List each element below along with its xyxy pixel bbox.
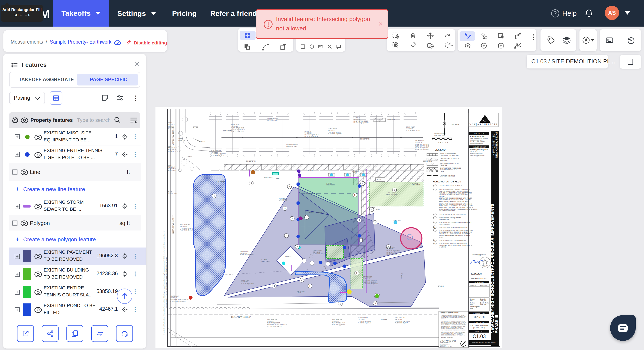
svg-text:TENNIS COURTS: TENNIS COURTS <box>308 212 322 213</box>
svg-text:FIELD IRRIGATION LINES.: FIELD IRRIGATION LINES. <box>439 210 456 212</box>
svg-text:(TYPICAL): (TYPICAL) <box>439 196 445 197</box>
svg-text:GRASS: GRASS <box>381 319 387 321</box>
svg-text:BWR,JDK: BWR,JDK <box>480 304 486 305</box>
svg-text:POND: POND <box>298 292 302 293</box>
svg-text:POND TO BE RESHAPED AS SHOWN O: POND TO BE RESHAPED AS SHOWN ON SHEET <box>439 235 470 236</box>
svg-text:CAUSED BY HIS FAILURE TO EXACT: CAUSED BY HIS FAILURE TO EXACTLY LOCATE <box>441 328 464 329</box>
svg-text:FL 12" HDP (N) 100.32: FL 12" HDP (N) 100.32 <box>354 120 368 122</box>
svg-text:EXISTING TREES TO BE REMOVED.: EXISTING TREES TO BE REMOVED. <box>439 185 462 186</box>
svg-text:F=24281: F=24281 <box>477 255 481 256</box>
svg-text:AN APPROXIMATE WAY ONLY. THE C: AN APPROXIMATE WAY ONLY. THE CONTRACTOR <box>441 323 465 324</box>
svg-text:TR=104.29: TR=104.29 <box>332 321 339 322</box>
svg-text:INLET: INLET <box>168 122 172 124</box>
svg-text:7: 7 <box>434 229 435 231</box>
svg-text:LIMITS OF CLEARING: LIMITS OF CLEARING <box>440 175 455 177</box>
svg-text:COORDINATE WITH OWNER ON NEW R: COORDINATE WITH OWNER ON NEW RELOCATED <box>439 245 472 246</box>
svg-text:TR=104.17: TR=104.17 <box>358 319 365 320</box>
svg-text:BAND TOWER: BAND TOWER <box>264 176 273 178</box>
svg-text:GUARANTEED TO BE COMPLETE OR D: GUARANTEED TO BE COMPLETE OR DEFINITE, B… <box>441 316 466 317</box>
svg-text:FL 24" RCP (NW) 97.75: FL 24" RCP (NW) 97.75 <box>395 321 410 322</box>
svg-text:FL (E) 99.34: FL (E) 99.34 <box>168 149 176 151</box>
svg-text:FL 24" HDP (SW) 98.93: FL 24" HDP (SW) 98.93 <box>231 129 245 131</box>
svg-text:LINK FENCE: LINK FENCE <box>326 184 335 186</box>
svg-text:PHASE III: PHASE III <box>494 315 499 334</box>
svg-text:20445 State Hwy 249, Suite 350: 20445 State Hwy 249, Suite 350 <box>470 138 488 139</box>
svg-text:REVISIONS: REVISIONS <box>474 281 484 283</box>
svg-text:SPEED: SPEED <box>178 138 183 140</box>
svg-text:PRESENTED ON THESE DRAWINGS AR: PRESENTED ON THESE DRAWINGS ARE SHOWN IN <box>441 322 466 323</box>
svg-text:FL 6" PVC (E) 96.92: FL 6" PVC (E) 96.92 <box>332 324 345 326</box>
svg-text:4: 4 <box>434 217 435 219</box>
svg-text:9: 9 <box>286 234 287 237</box>
svg-text:9: 9 <box>434 243 435 245</box>
svg-text:FL (S) 98.95: FL (S) 98.95 <box>168 170 176 172</box>
svg-text:TG=101.33: TG=101.33 <box>240 252 247 254</box>
svg-text:ELECTRIC LINE: ELECTRIC LINE <box>267 120 278 121</box>
svg-text:GRATE INLET: GRATE INLET <box>231 124 240 125</box>
svg-text:LEGEND:: LEGEND: <box>435 149 447 151</box>
svg-text:IRRIGATION EQUIPMENT & SPRINKL: IRRIGATION EQUIPMENT & SPRINKLER HEADS. <box>439 201 470 202</box>
svg-text:BUMP TYP.: BUMP TYP. <box>178 140 185 141</box>
svg-text:Director: Director <box>470 298 475 300</box>
svg-text:STM. SWR. MH: STM. SWR. MH <box>395 317 405 319</box>
svg-text:NEW CANEY, TEXAS: NEW CANEY, TEXAS <box>495 131 498 158</box>
svg-text:TG=102.44: TG=102.44 <box>363 278 370 279</box>
svg-text:FOR FIRST RIGHT OF REFUSAL ON: FOR FIRST RIGHT OF REFUSAL ON ALL EXISTI… <box>439 199 471 200</box>
svg-text:INLET: INLET <box>168 146 172 147</box>
svg-text:GRATE INLET: GRATE INLET <box>328 128 337 130</box>
svg-text:TG=101.52: TG=101.52 <box>168 124 175 125</box>
svg-text:MAINTENANCE DEPARTMENT TO ENSU: MAINTENANCE DEPARTMENT TO ENSURE EXISTIN… <box>439 205 473 206</box>
svg-text:LINK FENCE: LINK FENCE <box>262 260 270 262</box>
svg-text:EXISTING BAND TOWER TO BE SALV: EXISTING BAND TOWER TO BE SALVAGED. <box>439 243 467 244</box>
svg-text:5: 5 <box>292 217 292 220</box>
svg-text:5: 5 <box>284 207 285 209</box>
svg-text:5: 5 <box>359 219 360 221</box>
svg-text:GRASS: GRASS <box>200 141 206 142</box>
svg-text:SHED: SHED <box>276 178 280 179</box>
svg-text:RESPONSIBLE FOR ANY AND ALL DA: RESPONSIBLE FOR ANY AND ALL DAMAGES <box>441 327 462 328</box>
svg-text:TG=102.33: TG=102.33 <box>313 251 320 253</box>
svg-text:TG=102.84: TG=102.84 <box>406 128 413 130</box>
svg-text:UNDERGROUND: UNDERGROUND <box>267 118 278 119</box>
svg-text:GRATE INLET: GRATE INLET <box>313 250 322 251</box>
svg-text:FL 24" RCP (N) 98.50: FL 24" RCP (N) 98.50 <box>386 250 400 252</box>
svg-text:C1.03: C1.03 <box>472 334 486 339</box>
svg-text:4: 4 <box>251 182 252 184</box>
svg-text:FL 24" HDP (S) 98.64: FL 24" HDP (S) 98.64 <box>241 283 254 285</box>
svg-text:FL 24" RFC (N) 98.87: FL 24" RFC (N) 98.87 <box>415 149 429 150</box>
svg-text:FL (N) 55.38: FL (N) 55.38 <box>168 168 176 170</box>
svg-text:BWR: BWR <box>470 304 473 305</box>
svg-text:Designer: Designer <box>470 302 476 304</box>
svg-text:1: 1 <box>434 185 435 187</box>
svg-text:FL 16" HDP (W) 99.50: FL 16" HDP (W) 99.50 <box>304 136 318 137</box>
svg-text:6: 6 <box>374 302 376 304</box>
svg-text:8' CHAIN: 8' CHAIN <box>412 182 418 184</box>
svg-text:FL (W) 99.28: FL (W) 99.28 <box>168 151 176 152</box>
svg-text:CONCRETE: CONCRETE <box>360 138 370 140</box>
svg-text:10' CHAIN: 10' CHAIN <box>279 197 286 199</box>
svg-text:SHEET NO.: SHEET NO. <box>475 331 484 333</box>
svg-text:SHALL DETERMINE THE EXACT LOCA: SHALL DETERMINE THE EXACT LOCATION BEFOR… <box>441 325 466 326</box>
svg-text:GRATE INLET: GRATE INLET <box>170 295 179 297</box>
svg-text:NEW CANEY HIGH SCHOOL EXTRACUR: NEW CANEY HIGH SCHOOL EXTRACURRICULAR IM… <box>490 204 495 334</box>
svg-text:128933: 128933 <box>484 266 486 267</box>
svg-text:EXISTING WATER METER TO BE REM: EXISTING WATER METER TO BE REMOVED. <box>439 214 468 215</box>
svg-text:FL 24" RCP (W) 98.93: FL 24" RCP (W) 98.93 <box>415 147 429 149</box>
svg-text:TG=102.90: TG=102.90 <box>168 166 175 168</box>
svg-text:FL 12" HDP (NW) 59.48: FL 12" HDP (NW) 59.48 <box>386 253 402 255</box>
svg-text:GRASS: GRASS <box>438 285 444 287</box>
svg-text:Houston, Texas 77070: Houston, Texas 77070 <box>470 140 482 141</box>
svg-text:SHALL CAP ALL EXISTING IRRIGAT: SHALL CAP ALL EXISTING IRRIGATION LINES. <box>439 194 468 195</box>
svg-text:UTILITIES TO BE REMOVED: UTILITIES TO BE REMOVED <box>440 155 459 156</box>
svg-text:PRIOR TO CONSTRUCTION. IF A CO: PRIOR TO CONSTRUCTION. IF A CONFLICT IS <box>441 334 463 335</box>
svg-text:SCALE: 1" = 30': SCALE: 1" = 30' <box>438 142 448 143</box>
svg-text:FL 24" HDP (N) 99.05: FL 24" HDP (N) 99.05 <box>231 131 244 132</box>
svg-text:EXISTING HEADWALLS TO BE REMOV: EXISTING HEADWALLS TO BE REMOVED. EXISTI… <box>439 230 472 231</box>
svg-text:BAND TOWER: BAND TOWER <box>216 181 225 183</box>
svg-text:CONTRACTOR SHALL COORDINATE WI: CONTRACTOR SHALL COORDINATE WITH SCHOOL <box>439 203 472 205</box>
svg-text:NOTES TO CONTRACTOR:: NOTES TO CONTRACTOR: <box>440 312 459 314</box>
svg-text:BEFORE DIGGING !!!!: BEFORE DIGGING !!!! <box>440 344 450 345</box>
svg-text:SAN. SWR. MH: SAN. SWR. MH <box>332 319 342 320</box>
svg-text:SHEET TITLE: SHEET TITLE <box>474 321 484 323</box>
svg-text:TG=101.22: TG=101.22 <box>170 297 178 299</box>
